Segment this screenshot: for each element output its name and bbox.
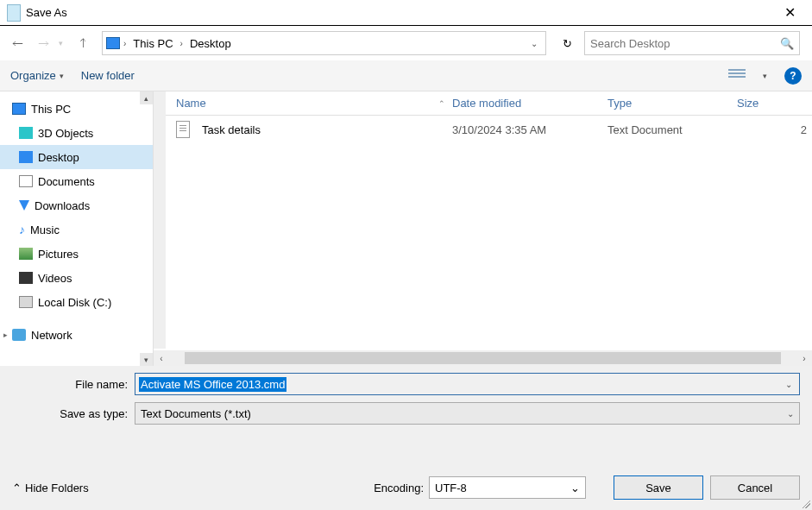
close-button[interactable]: ✕: [771, 4, 809, 21]
file-row[interactable]: Task details 3/10/2024 3:35 AM Text Docu…: [154, 116, 812, 143]
file-date: 3/10/2024 3:35 AM: [452, 123, 607, 136]
horizontal-scrollbar[interactable]: ‹ ›: [154, 350, 812, 366]
tree-item-label: Desktop: [38, 151, 79, 164]
text-file-icon: [176, 121, 190, 138]
tree-desktop[interactable]: Desktop: [0, 145, 153, 169]
tree-scroll-up[interactable]: ▴: [140, 91, 153, 104]
file-name: Task details: [202, 123, 261, 136]
column-size[interactable]: Size: [737, 97, 812, 110]
tree-item-label: This PC: [31, 103, 71, 116]
encoding-label: Encoding:: [374, 482, 424, 494]
tree-item-label: Downloads: [35, 199, 90, 212]
address-dropdown[interactable]: ⌄: [526, 39, 542, 48]
tree-item-label: Pictures: [38, 248, 79, 261]
refresh-button[interactable]: ↻: [555, 31, 579, 55]
organize-label: Organize: [10, 69, 56, 82]
chevron-right-icon: ›: [123, 39, 126, 48]
chevron-down-icon: ⌄: [787, 409, 794, 419]
tree-item-label: Videos: [38, 272, 72, 285]
nav-up-button[interactable]: 🡑: [72, 33, 93, 54]
chevron-up-icon: ⌃: [12, 482, 22, 494]
music-icon: ♪: [19, 223, 25, 236]
help-button[interactable]: ?: [784, 67, 802, 85]
dialog-app-icon: [7, 4, 21, 22]
view-options-dropdown[interactable]: ▾: [763, 72, 767, 80]
filename-label: File name:: [12, 378, 135, 391]
organize-menu[interactable]: Organize ▾: [10, 69, 64, 82]
tree-item-label: Music: [30, 224, 60, 236]
filename-input[interactable]: Activate MS Office 2013.cmd ⌄: [135, 373, 800, 395]
videos-icon: [19, 272, 33, 284]
address-bar[interactable]: › This PC › Desktop ⌄: [102, 31, 546, 55]
chevron-down-icon: ⌄: [570, 482, 580, 494]
search-icon: 🔍: [780, 37, 794, 50]
tree-videos[interactable]: Videos: [0, 266, 153, 290]
tree-network[interactable]: Network: [0, 323, 153, 347]
nav-back-button[interactable]: 🡐: [7, 33, 28, 54]
nav-history-dropdown[interactable]: ▾: [59, 39, 67, 47]
tree-item-label: Local Disk (C:): [38, 296, 111, 309]
list-divider: [154, 91, 166, 349]
column-type[interactable]: Type: [607, 97, 737, 110]
folder-tree[interactable]: ▴ This PC 3D Objects Desktop Documents D…: [0, 91, 154, 366]
save-button[interactable]: Save: [614, 475, 703, 500]
chevron-down-icon: ▾: [60, 72, 64, 80]
hide-folders-label: Hide Folders: [25, 482, 89, 494]
breadcrumb-this-pc[interactable]: This PC: [129, 37, 176, 50]
tree-music[interactable]: ♪ Music: [0, 217, 153, 242]
cancel-button[interactable]: Cancel: [710, 475, 800, 500]
pc-icon: [106, 37, 120, 49]
nav-forward-button[interactable]: 🡒: [33, 33, 54, 54]
disk-icon: [19, 296, 33, 308]
resize-grip[interactable]: [800, 498, 810, 508]
savetype-value: Text Documents (*.txt): [141, 407, 251, 420]
column-header-row: Name ⌃ Date modified Type Size: [154, 91, 812, 116]
tree-item-label: Network: [31, 329, 72, 342]
column-name[interactable]: Name ⌃: [176, 97, 452, 110]
documents-icon: [19, 175, 33, 187]
tree-downloads[interactable]: Downloads: [0, 193, 153, 217]
pictures-icon: [19, 248, 33, 260]
tree-scroll-down[interactable]: ▾: [140, 353, 153, 366]
file-size: 2: [737, 123, 812, 136]
3d-objects-icon: [19, 127, 33, 139]
tree-item-label: Documents: [38, 175, 95, 188]
new-folder-button[interactable]: New folder: [81, 69, 135, 82]
hide-folders-button[interactable]: ⌃ Hide Folders: [12, 482, 89, 494]
tree-this-pc[interactable]: This PC: [0, 97, 153, 121]
search-input[interactable]: [590, 37, 780, 50]
column-date[interactable]: Date modified: [452, 97, 607, 110]
file-type: Text Document: [607, 123, 737, 136]
tree-item-label: 3D Objects: [38, 127, 93, 140]
downloads-icon: [19, 200, 29, 211]
breadcrumb-desktop[interactable]: Desktop: [186, 37, 235, 50]
scroll-right-button[interactable]: ›: [796, 350, 812, 366]
tree-3d-objects[interactable]: 3D Objects: [0, 121, 153, 145]
chevron-right-icon: ›: [180, 39, 183, 48]
pc-icon: [12, 103, 26, 115]
encoding-select[interactable]: UTF-8 ⌄: [429, 476, 586, 499]
column-label: Name: [176, 97, 206, 110]
savetype-label: Save as type:: [12, 407, 135, 420]
sort-caret-icon: ⌃: [438, 99, 445, 108]
tree-local-disk[interactable]: Local Disk (C:): [0, 290, 153, 314]
view-options-button[interactable]: [728, 69, 746, 83]
filename-dropdown[interactable]: ⌄: [782, 380, 796, 389]
scrollbar-track[interactable]: [185, 352, 781, 364]
dialog-title: Save As: [26, 6, 771, 19]
encoding-value: UTF-8: [435, 482, 467, 494]
network-icon: [12, 329, 26, 341]
filename-value: Activate MS Office 2013.cmd: [139, 377, 286, 392]
scroll-left-button[interactable]: ‹: [154, 350, 169, 366]
savetype-select[interactable]: Text Documents (*.txt) ⌄: [135, 402, 800, 425]
tree-pictures[interactable]: Pictures: [0, 242, 153, 266]
desktop-icon: [19, 151, 33, 163]
search-box[interactable]: 🔍: [584, 31, 800, 55]
tree-documents[interactable]: Documents: [0, 169, 153, 193]
